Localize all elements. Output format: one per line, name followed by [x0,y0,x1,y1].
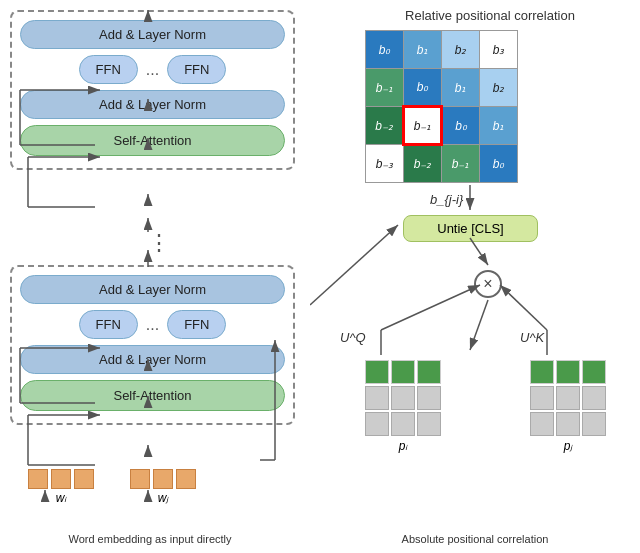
main-container: Add & Layer Norm FFN ... FFN Add & Layer… [0,0,640,553]
upper-ffn1: FFN [79,55,138,84]
upper-layer-norm-top: Add & Layer Norm [20,20,285,49]
pi-grid: pᵢ [365,360,441,453]
matrix-cell-12: b₁ [442,69,480,107]
pi-cell-green-3 [417,360,441,384]
wi-embed-group: wᵢ [28,469,94,505]
vertical-dots: ⋮ [148,230,170,256]
pj-cell-gray-6 [582,412,606,436]
pj-cell-gray-4 [530,412,554,436]
untie-cls-box: Untie [CLS] [403,215,538,242]
matrix-cell-31: b₋₂ [404,145,442,183]
pj-cell-green-3 [582,360,606,384]
pj-cell-gray-5 [556,412,580,436]
lower-transformer-block: Add & Layer Norm FFN ... FFN Add & Layer… [10,265,295,425]
lower-layer-norm-mid: Add & Layer Norm [20,345,285,374]
wi-cell-1 [28,469,48,489]
svg-line-37 [381,285,480,330]
lower-ffn-row: FFN ... FFN [20,310,285,339]
wi-cell-3 [74,469,94,489]
wj-embed-group: wⱼ [130,469,196,505]
wj-cell-2 [153,469,173,489]
matrix-cell-22: b₀ [442,107,480,145]
pi-cell-gray-1 [365,386,389,410]
uq-label: U^Q [340,330,366,345]
matrix-cell-32: b₋₁ [442,145,480,183]
upper-layer-norm-mid: Add & Layer Norm [20,90,285,119]
matrix-cell-30: b₋₃ [366,145,404,183]
matrix-row-1: b₋₁ b₀ b₁ b₂ [366,69,518,107]
upper-self-attention: Self-Attention [20,125,285,156]
upper-ffn-row: FFN ... FFN [20,55,285,84]
svg-line-41 [470,300,488,350]
bjmi-label: b_{j-i} [430,192,463,207]
pj-cell-gray-1 [530,386,554,410]
upper-ffn-dots: ... [146,61,159,79]
left-architecture: Add & Layer Norm FFN ... FFN Add & Layer… [0,0,310,553]
right-side: Relative positional correlation b₀ b₁ b₂… [310,0,640,553]
rel-pos-matrix: b₀ b₁ b₂ b₃ b₋₁ b₀ b₁ b₂ b₋₂ b₋₁ b₀ b₁ b… [365,30,518,183]
pi-label: pᵢ [365,439,441,453]
matrix-cell-02: b₂ [442,31,480,69]
pj-cell-green-2 [556,360,580,384]
matrix-cell-20: b₋₂ [366,107,404,145]
pi-cell-green-2 [391,360,415,384]
pi-cell-green-1 [365,360,389,384]
matrix-row-2: b₋₂ b₋₁ b₀ b₁ [366,107,518,145]
lower-self-attention: Self-Attention [20,380,285,411]
matrix-cell-00: b₀ [366,31,404,69]
pj-cell-gray-3 [582,386,606,410]
pj-grid: pⱼ [530,360,606,453]
pi-cell-gray-4 [365,412,389,436]
pi-cell-gray-2 [391,386,415,410]
matrix-row-3: b₋₃ b₋₂ b₋₁ b₀ [366,145,518,183]
matrix-cell-23: b₁ [480,107,518,145]
lower-ffn-dots: ... [146,316,159,334]
wj-label: wⱼ [130,491,196,505]
matrix-cell-03: b₃ [480,31,518,69]
matrix-cell-33: b₀ [480,145,518,183]
matrix-row-0: b₀ b₁ b₂ b₃ [366,31,518,69]
matrix-cell-highlighted: b₋₁ [404,107,442,145]
pj-cell-green-1 [530,360,554,384]
matrix-cell-11: b₀ [404,69,442,107]
multiply-symbol: × [483,275,492,293]
upper-ffn2: FFN [167,55,226,84]
svg-line-40 [310,225,398,305]
pi-cell-gray-6 [417,412,441,436]
matrix-cell-01: b₁ [404,31,442,69]
upper-transformer-block: Add & Layer Norm FFN ... FFN Add & Layer… [10,10,295,170]
rel-pos-title: Relative positional correlation [350,8,630,23]
wi-label: wᵢ [28,491,94,505]
lower-layer-norm-top: Add & Layer Norm [20,275,285,304]
word-embed-caption: Word embedding as input directly [10,533,290,545]
lower-ffn2: FFN [167,310,226,339]
wj-cell-1 [130,469,150,489]
pj-label: pⱼ [530,439,606,453]
matrix-cell-10: b₋₁ [366,69,404,107]
multiply-circle: × [474,270,502,298]
lower-ffn1: FFN [79,310,138,339]
abs-pos-caption: Absolute positional correlation [320,533,630,545]
pj-cell-gray-2 [556,386,580,410]
pi-cell-gray-3 [417,386,441,410]
svg-line-35 [470,238,488,265]
uk-label: U^K [520,330,544,345]
matrix-cell-13: b₂ [480,69,518,107]
svg-line-39 [500,285,547,330]
pi-cell-gray-5 [391,412,415,436]
wi-cell-2 [51,469,71,489]
wj-cell-3 [176,469,196,489]
